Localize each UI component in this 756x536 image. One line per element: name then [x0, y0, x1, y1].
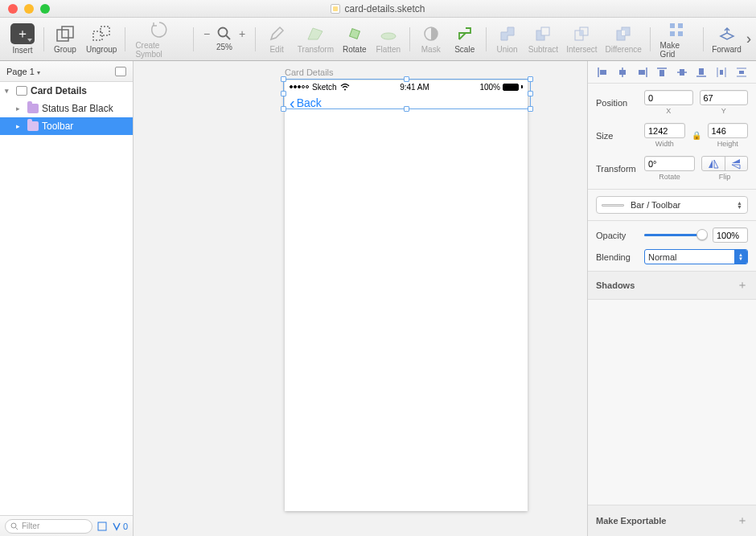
x-input[interactable]: [644, 90, 693, 105]
group-button[interactable]: Group: [49, 23, 81, 55]
toolbar-separator: [125, 27, 125, 51]
height-sublabel: Height: [717, 140, 738, 148]
align-center-v-icon[interactable]: [675, 65, 689, 80]
align-center-h-icon[interactable]: [615, 65, 630, 80]
inspector-spacer: [588, 300, 756, 505]
select-caret-icon: ▲▼: [734, 250, 747, 264]
subtract-label: Subtract: [528, 45, 558, 54]
disclosure-triangle-icon[interactable]: ▾: [5, 87, 13, 95]
add-export-icon[interactable]: ＋: [737, 513, 748, 528]
transform-label: Transform: [596, 164, 638, 174]
make-grid-button[interactable]: Make Grid: [655, 18, 699, 60]
scale-button[interactable]: Scale: [449, 23, 481, 55]
mask-icon: [421, 24, 441, 43]
y-sublabel: Y: [721, 107, 726, 115]
filter-input[interactable]: Filter: [5, 519, 92, 534]
svg-rect-32: [659, 70, 664, 76]
exportables-toggle[interactable]: 0: [112, 522, 128, 531]
disclosure-triangle-icon[interactable]: ▸: [16, 104, 24, 113]
layer-toolbar[interactable]: ▸ Toolbar: [0, 117, 133, 135]
minimize-icon[interactable]: [24, 4, 34, 14]
close-icon[interactable]: [8, 4, 18, 14]
subtract-button: Subtract: [525, 23, 562, 55]
forward-label: Forward: [712, 45, 742, 54]
flip-group: [701, 156, 748, 171]
make-exportable-header[interactable]: Make Exportable ＋: [588, 505, 756, 536]
zoom-icon[interactable]: [40, 4, 50, 14]
align-left-icon[interactable]: [595, 65, 610, 80]
resize-handle[interactable]: [404, 76, 409, 82]
distribute-h-icon[interactable]: [714, 65, 729, 80]
resize-handle[interactable]: [528, 76, 533, 82]
forward-button[interactable]: Forward: [709, 23, 745, 55]
ungroup-button[interactable]: Ungroup: [83, 23, 121, 55]
slider-thumb[interactable]: [696, 229, 708, 240]
resize-handle[interactable]: [528, 106, 533, 112]
artboard-list-icon[interactable]: [115, 67, 126, 76]
forward-icon: [717, 24, 737, 43]
difference-icon: [614, 24, 633, 43]
align-bottom-icon[interactable]: [694, 65, 709, 80]
blending-value: Normal: [648, 252, 676, 262]
resize-handle[interactable]: [281, 106, 286, 112]
disclosure-triangle-icon[interactable]: ▸: [16, 122, 24, 130]
rotate-input[interactable]: [644, 156, 695, 171]
shadows-header[interactable]: Shadows ＋: [588, 272, 756, 300]
svg-rect-42: [739, 71, 744, 74]
toolbar-separator: [43, 27, 44, 51]
zoom-control[interactable]: − + 25%: [199, 25, 250, 53]
slice-count: 0: [123, 522, 128, 531]
page-selector[interactable]: Page 1: [0, 61, 133, 82]
grid-icon: [667, 20, 686, 39]
transform-icon: [306, 24, 325, 43]
blending-label: Blending: [596, 252, 638, 262]
svg-point-4: [219, 28, 228, 37]
shared-style-select[interactable]: Bar / Toolbar ▲▼: [596, 196, 748, 214]
resize-handle[interactable]: [281, 76, 286, 82]
align-top-icon[interactable]: [655, 65, 669, 80]
distribute-v-icon[interactable]: [734, 65, 749, 80]
slices-toggle[interactable]: [97, 522, 107, 531]
page-label: Page 1: [6, 67, 40, 76]
toolbar-overflow-icon[interactable]: ››: [746, 31, 750, 47]
edit-button: Edit: [261, 23, 293, 55]
resize-handle[interactable]: [404, 106, 409, 112]
resize-handle[interactable]: [528, 91, 533, 96]
window-controls: [8, 4, 50, 14]
artboard-title[interactable]: Card Details: [285, 68, 334, 77]
flip-vertical-button[interactable]: [725, 157, 748, 170]
layer-artboard[interactable]: ▾ Card Details: [0, 82, 133, 100]
flip-horizontal-button[interactable]: [702, 157, 725, 170]
opacity-slider[interactable]: [644, 229, 706, 242]
rotate-label: Rotate: [343, 45, 366, 54]
x-sublabel: X: [666, 107, 671, 115]
svg-rect-30: [639, 70, 645, 75]
artboard[interactable]: Sketch 9:41 AM 100% ‹ Back: [285, 80, 528, 511]
magnifier-icon: [217, 27, 232, 41]
width-input[interactable]: [644, 123, 685, 138]
canvas[interactable]: Card Details Sketch 9:41 AM 100% ‹: [134, 61, 587, 536]
svg-rect-0: [57, 30, 68, 41]
zoom-in-button[interactable]: +: [236, 27, 248, 40]
insert-button[interactable]: ＋ Insert: [6, 22, 39, 56]
add-shadow-icon[interactable]: ＋: [737, 278, 748, 293]
resize-handle[interactable]: [281, 91, 286, 96]
svg-rect-19: [670, 31, 675, 36]
opacity-input[interactable]: [713, 227, 748, 243]
union-button: Union: [491, 23, 524, 55]
align-right-icon[interactable]: [635, 65, 650, 80]
zoom-out-button[interactable]: −: [201, 27, 212, 40]
layer-status-bar[interactable]: ▸ Status Bar Black: [0, 100, 133, 117]
intersect-icon: [572, 24, 591, 43]
symbol-section: Bar / Toolbar ▲▼: [588, 190, 756, 221]
height-input[interactable]: [708, 123, 749, 138]
group-label: Group: [54, 45, 76, 54]
lock-aspect-icon[interactable]: 🔒: [692, 131, 701, 140]
y-input[interactable]: [700, 90, 749, 105]
rotate-button[interactable]: Rotate: [339, 23, 371, 55]
blending-select[interactable]: Normal ▲▼: [644, 249, 748, 264]
flip-sublabel: Flip: [719, 173, 731, 181]
flatten-icon: [379, 24, 398, 43]
toolbar-separator: [409, 27, 410, 51]
selection-box[interactable]: [283, 79, 531, 109]
